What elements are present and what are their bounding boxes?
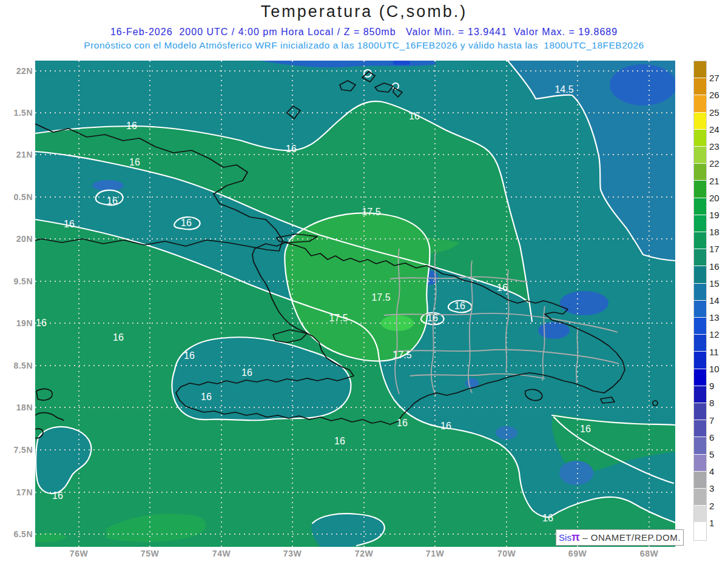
credit-sis: Sis — [559, 532, 571, 543]
colorbar-tick-label: 2 — [709, 500, 714, 510]
lon-tick-label: 69W — [568, 549, 587, 558]
colorbar-cell — [694, 403, 706, 420]
lat-tick-label: 20N — [0, 234, 33, 244]
colorbar-tick-label: 18 — [709, 227, 720, 237]
lat-tick-label: 18N — [0, 403, 33, 412]
colorbar-cell — [694, 95, 706, 112]
colorbar-tick-label: 22 — [709, 158, 720, 169]
colorbar-cell — [694, 506, 706, 523]
subtitle-validtime: 16-Feb-2026 2000 UTC / 4:00 pm Hora Loca… — [0, 27, 728, 38]
colorbar-tick-label: 25 — [709, 107, 720, 117]
lon-tick-label: 71W — [426, 549, 444, 558]
colorbar-tick-label: 23 — [709, 141, 720, 152]
lat-tick-label: 17N — [0, 487, 33, 497]
colorbar-cell — [694, 78, 706, 95]
colorbar-tick-label: 21 — [709, 175, 720, 186]
colorbar-tick-label: 27 — [709, 73, 720, 83]
fill-blue-se-sea-2 — [559, 461, 593, 485]
colorbar-cell — [694, 130, 706, 147]
fill-blue-dr-2 — [538, 322, 570, 339]
colorbar-cell — [694, 335, 706, 352]
colorbar-tick-label: 12 — [709, 329, 720, 340]
lat-tick-label: 9.5N — [0, 276, 33, 286]
lat-tick-label: 22N — [0, 66, 33, 76]
colorbar-tick-label: 1 — [709, 517, 714, 527]
temperature-colorbar — [693, 61, 707, 541]
colorbar-cell — [694, 352, 706, 369]
lat-tick-label: 7.5N — [0, 445, 33, 455]
fill-blue-dr-1 — [560, 291, 608, 315]
colorbar-tick-label: 20 — [709, 192, 720, 202]
colorbar-cell — [694, 164, 706, 181]
colorbar-cell — [694, 386, 706, 403]
colorbar-tick-label: 7 — [709, 415, 714, 425]
colorbar-cell — [694, 472, 706, 489]
colorbar-tick-label: 14 — [709, 295, 720, 306]
weather-map-page: Temperatura (C,somb.) 16-Feb-2026 2000 U… — [0, 0, 728, 562]
colorbar-tick-label: 8 — [709, 398, 714, 408]
colorbar-tick-label: 4 — [709, 466, 714, 477]
credit-org: ONAMET/REP.DOM. — [591, 532, 681, 543]
fill-blue-cuba-patch — [92, 180, 124, 191]
colorbar-cell — [694, 489, 706, 506]
colorbar-cell — [694, 318, 706, 335]
subtitle-model-info: Pronóstico con el Modelo Atmósferico WRF… — [0, 40, 728, 51]
colorbar-cell — [694, 455, 706, 472]
lon-tick-label: 68W — [640, 549, 658, 558]
colorbar-cell — [694, 420, 706, 437]
colorbar-tick-label: 3 — [709, 483, 714, 493]
lon-tick-label: 76W — [70, 549, 88, 558]
colorbar-tick-label: 26 — [709, 90, 720, 100]
colorbar-cell — [694, 181, 706, 198]
colorbar-cell — [694, 232, 706, 249]
lat-tick-label: 0.5N — [0, 192, 33, 202]
lat-tick-label: 19N — [0, 318, 33, 328]
colorbar-tick-label: 16 — [709, 261, 720, 271]
colorbar-tick-label: 24 — [709, 124, 720, 134]
colorbar-tick-label: 15 — [709, 278, 720, 288]
lat-tick-label: 6.5N — [0, 529, 33, 539]
colorbar-tick-label: 17 — [709, 244, 720, 254]
temperature-contour-map — [35, 61, 675, 547]
page-title: Temperatura (C,somb.) — [0, 2, 728, 21]
colorbar-tick-label: 19 — [709, 209, 720, 219]
lat-tick-label: 1.5N — [0, 108, 33, 118]
colorbar-cell — [694, 249, 706, 266]
credit-separator: – — [580, 532, 591, 543]
lon-tick-label: 74W — [212, 549, 231, 558]
colorbar-tick-label: 10 — [709, 363, 720, 373]
colorbar-tick-label: 9 — [709, 381, 714, 391]
credit-pi-icon: π — [571, 533, 580, 542]
colorbar-tick-label: 11 — [709, 346, 719, 356]
colorbar-cell — [694, 523, 706, 540]
colorbar-cell — [694, 61, 706, 78]
colorbar-tick-label: 5 — [709, 449, 714, 459]
colorbar-tick-label: 6 — [709, 432, 714, 442]
credit-box: Sisπ – ONAMET/REP.DOM. — [556, 529, 684, 546]
fill-blue-se-sea-1 — [496, 426, 517, 440]
colorbar-cell — [694, 198, 706, 215]
lat-tick-label: 21N — [0, 150, 33, 159]
lon-tick-label: 75W — [141, 549, 159, 558]
lat-tick-label: 8.5N — [0, 361, 33, 370]
colorbar-tick-label: 13 — [709, 312, 720, 323]
colorbar-cell — [694, 215, 706, 232]
colorbar-cell — [694, 147, 706, 164]
colorbar-cell — [694, 266, 706, 283]
colorbar-cell — [694, 284, 706, 301]
lon-tick-label: 72W — [355, 549, 373, 558]
colorbar-cell — [694, 437, 706, 454]
colorbar-cell — [694, 113, 706, 130]
fill-green18-hotspot — [381, 315, 414, 331]
lon-tick-label: 70W — [497, 549, 516, 558]
colorbar-cell — [694, 301, 706, 318]
fill-blue-deep-top — [393, 61, 410, 65]
lon-tick-label: 73W — [283, 549, 302, 558]
map-plot-area: 1616161616161616161616161616161616161616… — [35, 61, 675, 547]
colorbar-cell — [694, 369, 706, 386]
